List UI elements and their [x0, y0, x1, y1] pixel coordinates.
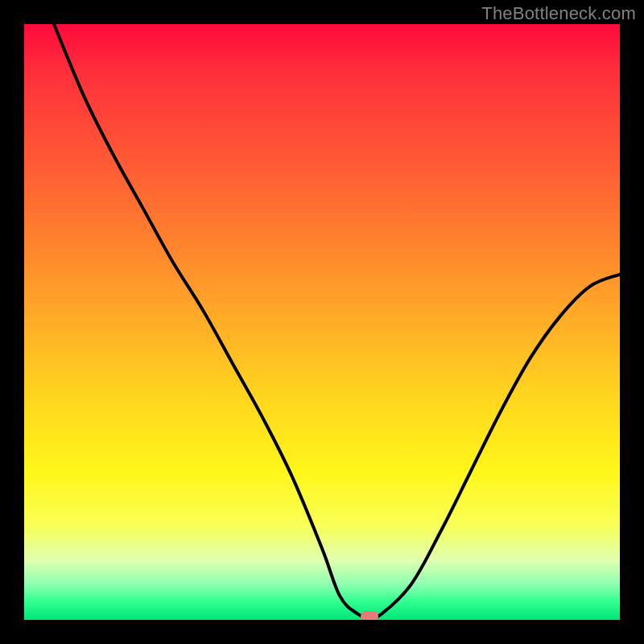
curve-svg — [24, 24, 620, 620]
plot-area — [24, 24, 620, 620]
bottleneck-curve — [54, 24, 620, 617]
chart-frame: TheBottleneck.com — [0, 0, 644, 644]
optimal-point-marker — [361, 611, 378, 620]
watermark-text: TheBottleneck.com — [481, 3, 636, 24]
